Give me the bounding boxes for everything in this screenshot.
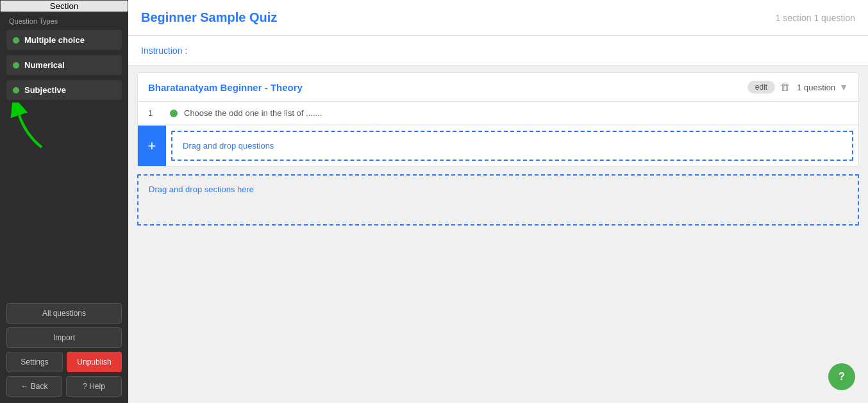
question-row: 1 Choose the odd one in the list of ....…: [138, 102, 858, 125]
question-types-label: Question Types: [0, 12, 128, 28]
delete-section-icon[interactable]: 🗑: [780, 81, 790, 93]
subjective-dot: [13, 87, 19, 94]
sidebar: Section Question Types Multiple choice N…: [0, 0, 128, 403]
instruction-label: Instruction :: [141, 45, 187, 56]
sidebar-item-numerical[interactable]: Numerical: [6, 55, 122, 75]
sidebar-item-subjective[interactable]: Subjective: [6, 80, 122, 100]
add-question-button[interactable]: +: [138, 126, 166, 166]
help-fab-icon: ?: [839, 371, 845, 382]
section-button[interactable]: Section: [0, 0, 128, 12]
import-button[interactable]: Import: [6, 327, 122, 348]
multiple-choice-label: Multiple choice: [24, 35, 85, 45]
question-count: 1 question: [797, 83, 835, 92]
instruction-area: Instruction :: [128, 36, 868, 66]
drag-drop-questions-zone: Drag and drop questions: [171, 131, 853, 161]
add-question-row: + Drag and drop questions: [138, 125, 858, 166]
help-fab-button[interactable]: ?: [828, 363, 855, 390]
section-title: Bharatanatyam Beginner - Theory: [148, 82, 747, 93]
section-card: Bharatanatyam Beginner - Theory edit 🗑 1…: [137, 72, 859, 167]
chevron-down-icon[interactable]: ▼: [839, 82, 848, 92]
settings-button[interactable]: Settings: [6, 352, 63, 372]
green-arrow-icon: [6, 103, 51, 154]
main-content: Beginner Sample Quiz 1 section 1 questio…: [128, 0, 868, 403]
all-questions-button[interactable]: All questions: [6, 303, 122, 324]
main-header: Beginner Sample Quiz 1 section 1 questio…: [128, 0, 868, 36]
sidebar-item-multiple-choice[interactable]: Multiple choice: [6, 30, 122, 50]
section-card-header: Bharatanatyam Beginner - Theory edit 🗑 1…: [138, 73, 858, 102]
arrow-annotation: [6, 103, 122, 141]
unpublish-button[interactable]: Unpublish: [67, 352, 122, 372]
multiple-choice-dot: [13, 37, 19, 44]
question-dot: [170, 110, 178, 117]
question-text: Choose the odd one in the list of ......…: [184, 108, 322, 118]
quiz-title: Beginner Sample Quiz: [141, 10, 277, 25]
back-button[interactable]: ← Back: [6, 376, 62, 397]
numerical-dot: [13, 62, 19, 69]
help-button[interactable]: ? Help: [66, 376, 122, 397]
numerical-label: Numerical: [24, 60, 65, 70]
sidebar-bottom: All questions Import Settings Unpublish …: [0, 298, 128, 403]
subjective-label: Subjective: [24, 85, 66, 95]
edit-section-button[interactable]: edit: [747, 81, 775, 94]
quiz-meta: 1 section 1 question: [775, 13, 855, 23]
drag-drop-sections-zone: Drag and drop sections here: [137, 174, 859, 226]
question-number: 1: [148, 108, 163, 118]
